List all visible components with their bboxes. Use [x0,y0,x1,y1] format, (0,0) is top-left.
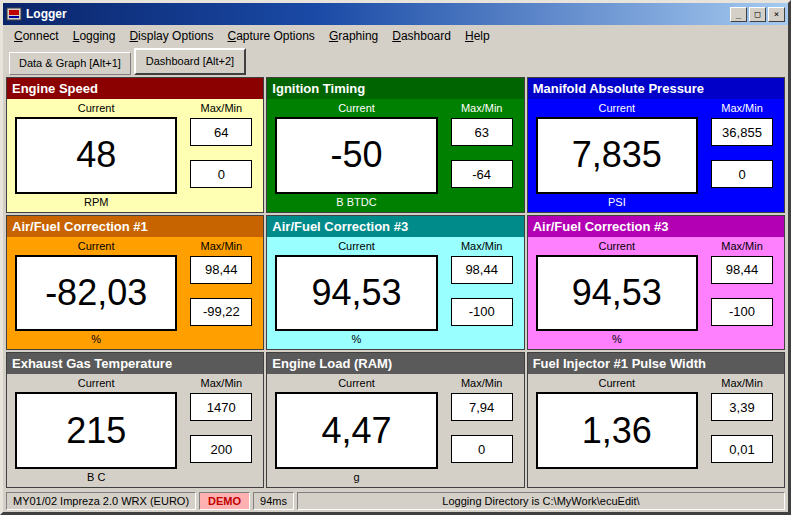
unit-label: B BTDC [336,195,376,209]
gauge-title: Engine Load (RAM) [267,353,523,374]
maxmin-label: Max/Min [201,376,243,391]
gauge-title: Fuel Injector #1 Pulse Width [528,353,784,374]
status-bar: MY01/02 Impreza 2.0 WRX (EURO) DEMO 94ms… [3,490,788,512]
menu-connect[interactable]: Connect [7,27,66,45]
gauge-manifold-absolute-pressure[interactable]: Manifold Absolute Pressure Current 7,835… [527,77,785,213]
minimize-button[interactable]: _ [730,7,747,22]
gauge-engine-load[interactable]: Engine Load (RAM) Current 4,47 g Max/Min… [266,352,524,488]
menu-capture-options[interactable]: Capture Options [220,27,321,45]
app-icon [6,6,22,22]
current-label: Current [598,239,635,254]
window-controls: _ □ × [730,7,785,22]
current-label: Current [78,101,115,116]
menu-graphing[interactable]: Graphing [322,27,385,45]
status-vehicle: MY01/02 Impreza 2.0 WRX (EURO) [6,492,196,510]
maxmin-label: Max/Min [461,376,503,391]
close-button[interactable]: × [768,7,785,22]
status-latency: 94ms [253,492,294,510]
current-value: 94,53 [275,255,437,332]
max-value: 3,39 [711,393,773,421]
min-value: 0,01 [711,435,773,463]
min-value: -100 [451,298,513,326]
min-value: -64 [451,160,513,188]
current-value: 7,835 [536,117,698,194]
titlebar[interactable]: Logger _ □ × [3,3,788,25]
current-value: 94,53 [536,255,698,332]
current-label: Current [338,101,375,116]
gauge-air-fuel-correction-3-a[interactable]: Air/Fuel Correction #3 Current 94,53 % M… [266,215,524,351]
current-value: 48 [15,117,177,194]
maxmin-label: Max/Min [721,101,763,116]
unit-label: RPM [84,195,108,209]
status-logging-directory: Logging Directory is C:\MyWork\ecuEdit\ [297,492,785,510]
min-value: 0 [451,435,513,463]
maxmin-label: Max/Min [201,101,243,116]
max-value: 7,94 [451,393,513,421]
gauge-title: Air/Fuel Correction #3 [528,216,784,237]
maximize-button[interactable]: □ [749,7,766,22]
gauge-engine-speed[interactable]: Engine Speed Current 48 RPM Max/Min 64 0 [6,77,264,213]
max-value: 98,44 [711,256,773,284]
gauge-title: Exhaust Gas Temperature [7,353,263,374]
tab-dashboard[interactable]: Dashboard [Alt+2] [134,48,246,75]
current-label: Current [338,239,375,254]
max-value: 36,855 [711,118,773,146]
gauge-air-fuel-correction-3-b[interactable]: Air/Fuel Correction #3 Current 94,53 % M… [527,215,785,351]
current-label: Current [598,101,635,116]
gauge-exhaust-gas-temperature[interactable]: Exhaust Gas Temperature Current 215 B C … [6,352,264,488]
dashboard-grid: Engine Speed Current 48 RPM Max/Min 64 0… [3,75,788,490]
current-value: -50 [275,117,437,194]
current-value: 1,36 [536,392,698,469]
menu-bar: Connect Logging Display Options Capture … [3,25,788,47]
current-value: -82,03 [15,255,177,332]
unit-label: % [352,332,362,346]
max-value: 63 [451,118,513,146]
max-value: 98,44 [451,256,513,284]
menu-logging[interactable]: Logging [66,27,123,45]
gauge-air-fuel-correction-1[interactable]: Air/Fuel Correction #1 Current -82,03 % … [6,215,264,351]
maxmin-label: Max/Min [461,239,503,254]
menu-help[interactable]: Help [458,27,497,45]
unit-label: B C [87,470,105,484]
unit-label: PSI [608,195,626,209]
current-value: 215 [15,392,177,469]
menu-dashboard[interactable]: Dashboard [385,27,458,45]
unit-label: % [612,332,622,346]
min-value: 0 [190,160,252,188]
current-label: Current [78,376,115,391]
min-value: 0 [711,160,773,188]
max-value: 64 [190,118,252,146]
current-label: Current [598,376,635,391]
gauge-fuel-injector-pulse-width[interactable]: Fuel Injector #1 Pulse Width Current 1,3… [527,352,785,488]
status-demo-badge: DEMO [199,492,250,510]
maxmin-label: Max/Min [721,376,763,391]
gauge-title: Engine Speed [7,78,263,99]
min-value: -100 [711,298,773,326]
min-value: 200 [190,435,252,463]
gauge-ignition-timing[interactable]: Ignition Timing Current -50 B BTDC Max/M… [266,77,524,213]
window-title: Logger [26,7,730,21]
unit-label: % [91,332,101,346]
max-value: 98,44 [190,256,252,284]
current-label: Current [338,376,375,391]
unit-label: g [353,470,359,484]
gauge-title: Air/Fuel Correction #1 [7,216,263,237]
maxmin-label: Max/Min [721,239,763,254]
app-window: Logger _ □ × Connect Logging Display Opt… [0,0,791,515]
current-label: Current [78,239,115,254]
current-value: 4,47 [275,392,437,469]
tab-data-graph[interactable]: Data & Graph [Alt+1] [9,52,131,75]
maxmin-label: Max/Min [201,239,243,254]
max-value: 1470 [190,393,252,421]
maxmin-label: Max/Min [461,101,503,116]
tab-bar: Data & Graph [Alt+1] Dashboard [Alt+2] [3,47,788,75]
gauge-title: Air/Fuel Correction #3 [267,216,523,237]
gauge-title: Manifold Absolute Pressure [528,78,784,99]
gauge-title: Ignition Timing [267,78,523,99]
min-value: -99,22 [190,298,252,326]
menu-display-options[interactable]: Display Options [122,27,220,45]
